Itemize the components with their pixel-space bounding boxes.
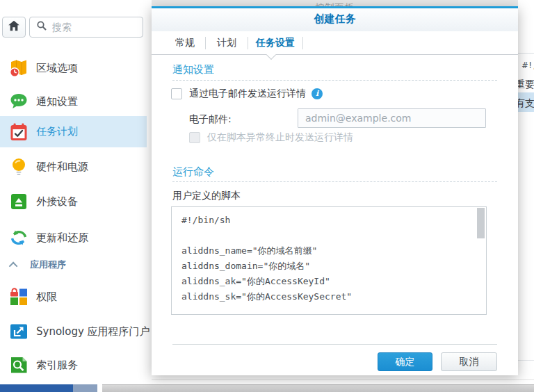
background-text-fragment: 有支 [515,97,534,110]
dialog-title[interactable]: 创建任务 [152,8,518,31]
create-task-dialog: 创建任务 常规 计划 任务设置 通知设置 通过电子邮件发送运行详情 i 电子邮件… [152,6,518,375]
sidebar-item-application-portal[interactable]: Synology 应用程序门户 [0,316,147,347]
section-heading-command: 运行命令 [172,165,214,179]
section-divider [172,80,497,81]
notification-settings-icon [9,92,29,111]
tab-task-settings[interactable]: 任务设置 [248,31,302,54]
sidebar-section-applications[interactable]: 应用程序 [0,258,147,272]
background-window-titlebar: 控制面板 [152,0,518,6]
home-button[interactable] [2,17,26,38]
tab-general[interactable]: 常规 [165,31,205,54]
ok-button[interactable]: 确定 [378,352,432,371]
sidebar-item-label: 索引服务 [36,359,78,372]
info-icon[interactable]: i [312,88,323,99]
dialog-tabbar: 常规 计划 任务设置 [152,31,518,55]
background-window-title: 控制面板 [316,1,355,6]
search-input[interactable] [52,22,137,33]
update-restore-icon [9,228,29,247]
sidebar-item-hardware-power[interactable]: 硬件和电源 [0,152,147,182]
taskbar-active-segment[interactable] [0,384,73,392]
sidebar-item-indexing-service[interactable]: 索引服务 [0,350,147,380]
tab-separator [302,37,303,49]
search-box[interactable] [29,17,143,38]
send-email-checkbox-row: 通过电子邮件发送运行详情 i [171,88,323,100]
sidebar-item-label: Synology 应用程序门户 [36,325,150,338]
control-panel-sidebar: 区域选项 通知设置 任务计划 [0,0,147,384]
hardware-power-icon [9,157,29,177]
sidebar-item-regional-options[interactable]: 区域选项 [0,53,147,83]
background-text-fragment: 重要 [515,79,534,91]
background-divider [518,53,534,54]
sidebar-item-notification-settings[interactable]: 通知设置 [0,86,147,117]
regional-options-icon [9,58,29,78]
task-scheduler-icon [9,122,29,142]
abnormal-only-checkbox-label: 仅在脚本异常终止时发送运行详情 [207,131,353,144]
privileges-icon [9,287,29,307]
home-icon [7,19,21,35]
abnormal-only-checkbox-row: 仅在脚本异常终止时发送运行详情 [189,131,353,144]
section-heading-notification: 通知设置 [172,63,214,76]
section-divider [172,181,497,182]
sidebar-item-privileges[interactable]: 权限 [0,281,147,312]
sidebar-item-label: 任务计划 [36,125,78,138]
sidebar-item-label: 区域选项 [36,62,78,75]
script-label: 用户定义的脚本 [172,190,241,202]
tab-schedule[interactable]: 计划 [206,31,248,54]
cancel-button[interactable]: 取消 [441,352,497,371]
sidebar-item-label: 权限 [36,291,57,304]
email-field-label: 电子邮件: [189,113,232,126]
script-editor: #!/bin/sh aliddns_name="你的域名前缀" aliddns_… [171,206,487,315]
script-textarea[interactable]: #!/bin/sh aliddns_name="你的域名前缀" aliddns_… [172,207,486,314]
sidebar-item-label: 更新和还原 [36,231,88,245]
footer-divider [172,344,497,345]
sidebar-section-label: 应用程序 [30,259,66,271]
background-text-fragment: #!/ [522,60,534,70]
sidebar-item-external-devices[interactable]: 外接设备 [0,186,147,217]
chevron-up-icon [9,261,18,270]
sidebar-item-label: 通知设置 [36,95,78,108]
sidebar-item-task-scheduler[interactable]: 任务计划 [0,116,147,147]
send-email-checkbox-label[interactable]: 通过电子邮件发送运行详情 [189,88,306,100]
script-scrollbar[interactable] [476,208,485,313]
indexing-service-icon [9,355,29,375]
abnormal-only-checkbox[interactable] [189,132,200,143]
application-portal-icon [9,322,29,341]
taskbar-divider [97,384,102,392]
bottom-taskbar [0,384,534,392]
send-email-checkbox[interactable] [171,88,182,99]
sidebar-item-label: 硬件和电源 [36,161,88,174]
screen: { "background": { "window_title": "控制面板"… [0,0,534,392]
external-devices-icon [9,192,29,211]
background-window-edge [152,379,534,380]
taskbar-segment[interactable] [73,384,97,392]
script-scrollbar-thumb[interactable] [477,208,485,238]
search-icon [35,19,48,35]
sidebar-item-label: 外接设备 [36,195,78,209]
email-input[interactable] [298,108,486,128]
sidebar-item-update-restore[interactable]: 更新和还原 [0,222,147,253]
background-divider [518,360,534,361]
